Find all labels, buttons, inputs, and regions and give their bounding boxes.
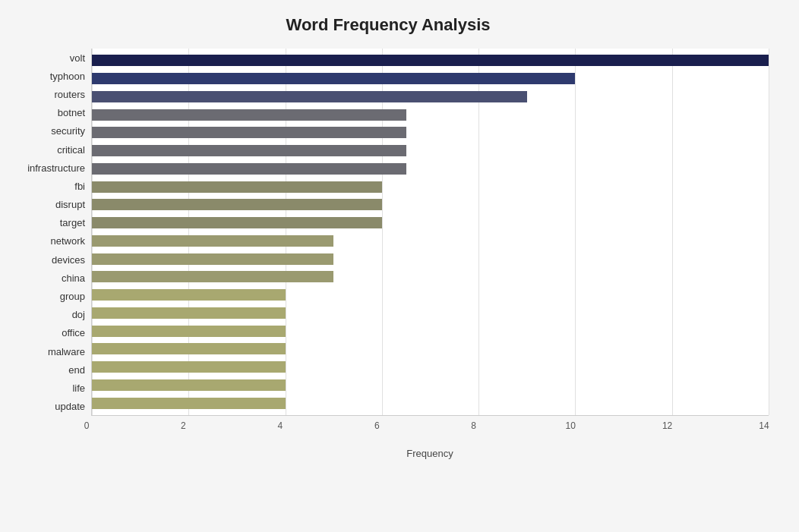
y-label: doj bbox=[72, 310, 85, 320]
y-label: infrastructure bbox=[27, 163, 85, 173]
y-label: office bbox=[62, 328, 85, 338]
y-label: fbi bbox=[74, 181, 85, 191]
bar-row bbox=[92, 70, 769, 88]
bar-row bbox=[92, 124, 769, 142]
y-label: devices bbox=[52, 255, 85, 265]
bar bbox=[92, 163, 406, 175]
y-label: disrupt bbox=[55, 200, 85, 209]
y-label: malware bbox=[48, 347, 85, 357]
x-tick: 0 bbox=[84, 420, 90, 431]
bar-row bbox=[92, 286, 769, 304]
y-label: end bbox=[68, 365, 85, 375]
bar bbox=[92, 91, 527, 102]
chart-area: volttyphoonroutersbotnetsecuritycritical… bbox=[8, 49, 769, 459]
bar-row bbox=[92, 376, 769, 395]
y-labels: volttyphoonroutersbotnetsecuritycritical… bbox=[8, 49, 91, 416]
bar bbox=[92, 361, 286, 373]
bar-row bbox=[92, 196, 769, 214]
y-label: group bbox=[60, 291, 85, 301]
bar bbox=[92, 181, 382, 193]
bar bbox=[92, 73, 575, 84]
bar bbox=[92, 217, 382, 228]
x-tick: 12 bbox=[662, 420, 672, 431]
bar-row bbox=[92, 88, 769, 106]
chart-title: Word Frequency Analysis bbox=[8, 15, 769, 35]
bar-row bbox=[92, 232, 769, 250]
x-tick: 2 bbox=[181, 420, 186, 431]
bar-row bbox=[92, 358, 769, 376]
bar-row bbox=[92, 52, 769, 70]
bar bbox=[92, 235, 333, 247]
bar-row bbox=[92, 178, 769, 196]
x-tick: 10 bbox=[565, 420, 575, 431]
x-axis-label: Frequency bbox=[91, 448, 769, 459]
bar bbox=[92, 271, 333, 282]
bar bbox=[92, 307, 286, 319]
bar-row bbox=[92, 394, 769, 412]
bar-row bbox=[92, 268, 769, 286]
bar bbox=[92, 326, 286, 337]
y-label: botnet bbox=[58, 108, 85, 118]
x-tick: 6 bbox=[374, 420, 380, 431]
bar-row bbox=[92, 142, 769, 160]
grid-line bbox=[769, 49, 769, 415]
bar-row bbox=[92, 322, 769, 340]
bar bbox=[92, 109, 406, 121]
x-tick: 8 bbox=[471, 420, 476, 431]
bars-section: volttyphoonroutersbotnetsecuritycritical… bbox=[8, 49, 769, 416]
bar-row bbox=[92, 304, 769, 323]
bar bbox=[92, 253, 333, 265]
bar bbox=[92, 55, 769, 66]
y-label: china bbox=[62, 273, 85, 283]
y-label: typhoon bbox=[50, 71, 85, 81]
y-label: update bbox=[55, 401, 85, 411]
y-label: security bbox=[51, 126, 85, 136]
bar-row bbox=[92, 160, 769, 178]
bars-wrapper bbox=[92, 49, 769, 415]
y-label: life bbox=[72, 383, 85, 393]
y-label: target bbox=[60, 218, 85, 228]
y-label: routers bbox=[55, 90, 85, 99]
x-tick: 14 bbox=[759, 420, 769, 431]
bars-and-grid bbox=[91, 49, 769, 416]
bar bbox=[92, 289, 286, 301]
bar-row bbox=[92, 214, 769, 232]
bar bbox=[92, 145, 406, 156]
bar bbox=[92, 127, 406, 138]
y-label: critical bbox=[57, 145, 85, 155]
x-tick: 4 bbox=[278, 420, 283, 431]
bar-row bbox=[92, 340, 769, 358]
x-axis: 02468101214 bbox=[91, 416, 769, 431]
bar bbox=[92, 199, 382, 210]
bar-row bbox=[92, 105, 769, 124]
chart-container: Word Frequency Analysis volttyphoonroute… bbox=[0, 0, 799, 532]
y-label: network bbox=[50, 236, 85, 246]
bar bbox=[92, 343, 286, 354]
bar bbox=[92, 379, 286, 391]
y-label: volt bbox=[70, 53, 85, 63]
bar-row bbox=[92, 250, 769, 268]
bar bbox=[92, 398, 286, 409]
